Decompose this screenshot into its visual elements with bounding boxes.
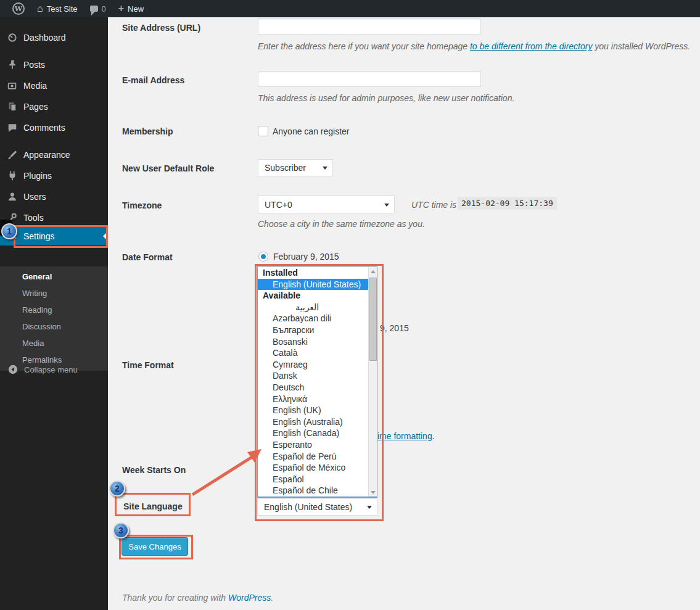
language-option[interactable]: Available xyxy=(258,290,377,302)
language-option[interactable]: English (UK) xyxy=(258,405,377,416)
scrollbar-thumb[interactable] xyxy=(369,278,377,361)
language-option-label: English (Canada) xyxy=(273,428,339,438)
language-option-label: Español de Perú xyxy=(273,451,337,461)
language-option[interactable]: Català xyxy=(258,347,377,359)
language-option[interactable]: Deutsch xyxy=(258,382,377,394)
language-option[interactable]: Dansk xyxy=(258,370,377,382)
utc-time-value: 2015-02-09 15:17:39 xyxy=(458,197,557,210)
language-option-label: Installed xyxy=(263,268,298,278)
site-address-input[interactable] xyxy=(258,19,481,35)
comments-icon xyxy=(7,122,18,133)
triangle-up-icon xyxy=(371,270,376,273)
language-option-label: English (United States) xyxy=(273,279,361,289)
language-option[interactable]: العربية xyxy=(258,302,377,313)
time-format-doc-fragment: ime formatting. xyxy=(377,431,435,441)
submenu-item-discussion[interactable]: Discussion xyxy=(22,322,61,331)
submenu-item-general[interactable]: General xyxy=(22,272,52,281)
collapse-menu-button[interactable]: Collapse menu xyxy=(0,361,108,377)
chevron-down-icon xyxy=(323,167,327,170)
language-option[interactable]: Español xyxy=(258,474,377,485)
membership-label: Membership xyxy=(122,126,173,136)
current-menu-arrow xyxy=(103,231,108,241)
utc-time-label: UTC time is xyxy=(411,200,456,210)
save-changes-button[interactable]: Save Changes xyxy=(121,537,188,556)
language-option[interactable]: Esperanto xyxy=(258,439,377,451)
sidebar-item-pages[interactable]: Pages xyxy=(0,97,108,116)
site-language-select[interactable]: English (United States) xyxy=(257,498,377,516)
timezone-select[interactable]: UTC+0 xyxy=(258,196,395,213)
formatting-doc-link[interactable]: ime formatting xyxy=(377,431,432,441)
sidebar-item-users[interactable]: Users xyxy=(0,188,108,206)
submenu-item-reading[interactable]: Reading xyxy=(22,305,52,315)
language-listbox[interactable]: InstalledEnglish (United States)Availabl… xyxy=(257,266,377,498)
wordpress-logo-menu[interactable]: W xyxy=(12,2,25,15)
submenu-item-writing[interactable]: Writing xyxy=(22,289,47,298)
sidebar-item-label: Media xyxy=(23,81,47,91)
language-option[interactable]: Español de Perú xyxy=(258,451,377,463)
submenu-item-media[interactable]: Media xyxy=(22,339,44,348)
membership-checkbox[interactable] xyxy=(258,126,268,136)
membership-checkbox-label: Anyone can register xyxy=(273,126,350,136)
language-option-label: Български xyxy=(273,325,314,335)
sidebar-item-appearance[interactable]: Appearance xyxy=(0,146,108,164)
language-option[interactable]: Cymraeg xyxy=(258,359,377,371)
new-content-menu[interactable]: + New xyxy=(118,4,144,14)
users-icon xyxy=(7,191,18,202)
email-input[interactable] xyxy=(258,71,481,87)
different-directory-link[interactable]: to be different from the directory xyxy=(470,41,592,51)
language-option[interactable]: English (Australia) xyxy=(258,416,377,428)
collapse-menu-label: Collapse menu xyxy=(24,365,78,374)
sidebar-item-label: Comments xyxy=(23,123,65,133)
pin-icon xyxy=(7,59,18,70)
new-label: New xyxy=(128,4,144,14)
scroll-up-button[interactable] xyxy=(369,267,377,276)
language-option[interactable]: Español de Chile xyxy=(258,485,377,497)
site-name-menu[interactable]: ⌂ Test Site xyxy=(37,4,78,14)
language-option[interactable]: Azərbaycan dili xyxy=(258,313,377,324)
default-role-select[interactable]: Subscriber xyxy=(258,159,333,176)
wordpress-footer-link[interactable]: WordPress xyxy=(228,593,271,603)
site-address-description: Enter the address here if you want your … xyxy=(258,41,690,51)
wordpress-logo-icon: W xyxy=(12,2,25,15)
sidebar-item-tools[interactable]: Tools xyxy=(0,208,108,227)
admin-bar: W ⌂ Test Site 0 + New xyxy=(0,0,700,17)
date-format-option-label: February 9, 2015 xyxy=(273,252,339,262)
sidebar-item-label: Plugins xyxy=(23,171,52,181)
language-option[interactable]: English (United States) xyxy=(258,279,377,291)
language-option[interactable]: Ελληνικά xyxy=(258,394,377,405)
language-option-label: Available xyxy=(263,291,300,300)
annotation-badge-3: 3 xyxy=(113,522,129,538)
chevron-down-icon xyxy=(367,506,372,509)
listbox-scrollbar[interactable] xyxy=(368,267,377,497)
sidebar-item-media[interactable]: Media xyxy=(0,76,108,95)
dashboard-icon xyxy=(7,32,18,43)
sidebar-item-label: Posts xyxy=(23,60,45,70)
language-option-label: Deutsch xyxy=(273,382,304,392)
time-format-label: Time Format xyxy=(122,360,174,370)
media-icon xyxy=(7,80,18,91)
language-option-label: Català xyxy=(273,348,297,358)
language-option[interactable]: English (Canada) xyxy=(258,427,377,439)
footer-suffix: . xyxy=(271,593,273,603)
language-option[interactable]: Installed xyxy=(258,267,377,279)
sidebar-item-posts[interactable]: Posts xyxy=(0,56,108,74)
comment-count: 0 xyxy=(102,4,106,14)
settings-submenu: General Writing Reading Discussion Media… xyxy=(0,266,108,371)
date-format-radio[interactable] xyxy=(258,252,268,262)
sidebar-item-dashboard[interactable]: Dashboard xyxy=(0,28,108,47)
language-option-label: Azərbaycan dili xyxy=(273,313,331,323)
date-format-label: Date Format xyxy=(122,252,173,262)
site-address-label: Site Address (URL) xyxy=(122,23,200,33)
timezone-label: Timezone xyxy=(122,200,162,210)
comments-menu[interactable]: 0 xyxy=(90,4,106,14)
week-starts-label: Week Starts On xyxy=(122,465,186,475)
language-option[interactable]: Български xyxy=(258,324,377,336)
default-role-label: New User Default Role xyxy=(122,163,214,173)
sidebar-item-plugins[interactable]: Plugins xyxy=(0,167,108,185)
language-option[interactable]: Bosanski xyxy=(258,336,377,348)
language-option[interactable]: Español de México xyxy=(258,462,377,474)
chevron-down-icon xyxy=(384,204,389,207)
fragment-suffix: . xyxy=(432,431,435,441)
scroll-down-button[interactable] xyxy=(369,488,377,497)
sidebar-item-comments[interactable]: Comments xyxy=(0,118,108,137)
